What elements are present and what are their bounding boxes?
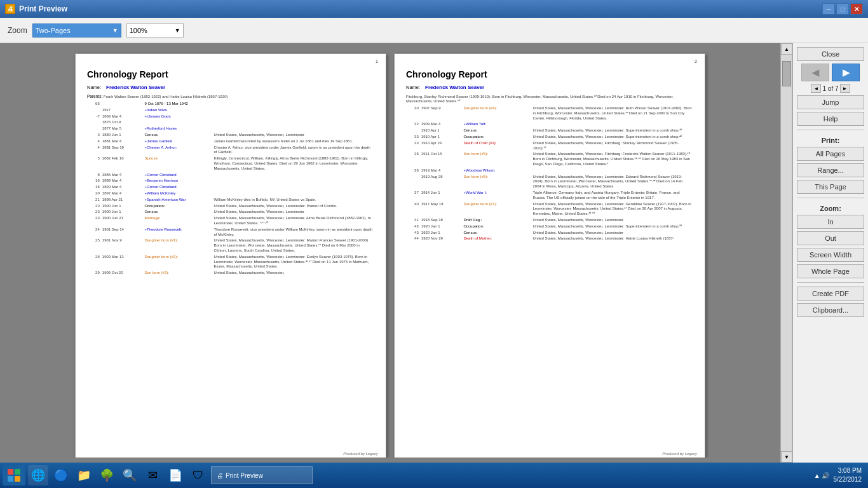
taskbar-email-icon[interactable]: ✉ [142,465,163,485]
entry-detail: United States, Massachusetts, Worcester,… [212,215,374,227]
zoom-in-button[interactable]: In [797,215,864,229]
table-row: 37 1914 Jun 1 +World War I: Triple Allia… [406,190,693,201]
scroll-down-button[interactable]: ▼ [781,451,792,463]
zoom-mode-dropdown[interactable]: Two-Pages ▼ [32,24,121,37]
all-pages-button[interactable]: All Pages [797,147,864,161]
vertical-scrollbar[interactable]: ▲ ▼ [780,43,792,463]
table-row: 40 1917 May 18 Daughter born (#7): Unite… [406,201,693,217]
taskbar-pdf-icon[interactable]: 📄 [165,465,186,485]
page-1-name-label: Name: [87,85,101,90]
page-1-name-value: Frederick Walton Seaver [106,85,165,90]
taskbar-tree-icon[interactable]: 🌳 [97,465,117,485]
restore-button[interactable]: □ [836,3,849,15]
first-page-button[interactable]: ◄ [811,84,821,93]
back-button[interactable]: ◀ [801,64,829,81]
entry-num: 37 [406,190,420,201]
entry-event: +Spanish-American War [143,197,212,203]
entry-event: Occupation: [462,224,531,230]
entry-date: 1876 Oct 9 [101,119,144,126]
entry-num [406,128,420,134]
entry-detail: United States, Massachusetts, Worcester,… [531,105,693,121]
entry-detail [531,168,693,174]
entry-date: 1903 Mar 13 [101,254,144,270]
zoom-percent-value: 100% [130,27,147,34]
entry-event: Son born (#6): [462,174,531,190]
page-1-parents-label: Parents: [87,94,102,98]
taskbar-chrome-icon[interactable]: 🔵 [51,465,71,485]
windows-logo [8,469,20,482]
range-button[interactable]: Range... [797,163,864,177]
start-button[interactable] [3,465,25,485]
taskbar-ie-icon[interactable]: 🌐 [28,465,48,485]
zoom-out-button[interactable]: Out [797,231,864,245]
entry-event: Death of Mother: [462,236,531,242]
entry-detail: United States, Massachusetts, Worcester,… [531,201,693,217]
entry-date: 1920 Jan 1 [420,230,463,236]
close-button[interactable]: Close [797,47,864,61]
create-pdf-button[interactable]: Create PDF [797,287,864,301]
table-row: 5 1882 Feb 16 Spouse: Killingly, Connect… [87,156,374,172]
minimize-button[interactable]: ─ [822,3,835,15]
page-1-title: Chronology Report [87,69,374,79]
taskbar-folder-icon[interactable]: 📁 [74,465,94,485]
entry-event: +Benjamin Harrison [143,178,212,184]
jump-button[interactable]: Jump [797,95,864,109]
table-row: 1877 Mar 5 +Rutherford Hayes [87,126,374,132]
page-2: 2 Chronology Report Name: Frederick Walt… [394,53,705,458]
entry-date: 1880 Jun 1 [101,132,144,139]
whole-page-button[interactable]: Whole Page [797,264,864,278]
table-row: 1913 Aug 28 Son born (#6): United States… [406,174,693,190]
scroll-thumb[interactable] [782,61,791,86]
entry-detail [212,184,374,191]
last-page-button[interactable]: ► [840,84,850,93]
page-nav-row: ◄ 1 of 7 ► [797,84,864,93]
entry-num: 26 [87,254,101,270]
active-window-item[interactable]: 🖨 Print Preview [211,466,313,484]
entry-detail: United States, Massachusetts, Worcester,… [531,151,693,167]
entry-event: Census: [462,128,531,134]
close-window-button[interactable]: ✕ [850,3,863,15]
entry-detail: Triple Alliance: Germany Italy, and Aust… [531,190,693,201]
table-row: 4 1881 Sep 19 +Chester A. Arthur: Cheste… [87,145,374,156]
entry-detail: William McKinley dies in Buffalo, NY. Un… [212,197,374,203]
page-2-title: Chronology Report [406,69,693,79]
table-row: 43 1920 Jan 1 Occupation: United States,… [406,224,693,230]
entry-num: 23 [87,215,101,227]
screen-width-button[interactable]: Screen Width [797,248,864,262]
active-window-title: Print Preview [226,472,263,479]
entry-num: 24 [87,227,101,238]
entry-event [143,119,212,126]
entry-num: 23 [87,203,101,210]
entry-date: 1898 Apr 21 [101,197,144,203]
zoom-percent-dropdown[interactable]: 100% ▼ [126,24,184,37]
entry-date: 1889 Mar 4 [101,178,144,184]
scroll-up-button[interactable]: ▲ [781,43,792,55]
table-row: 32 1909 Mar 4 +William Taft: [406,121,693,128]
entry-detail: United States, Massachusetts, Worcester,… [531,217,693,224]
page-2-footer: Produced by Legacy [662,452,697,456]
taskbar: 🌐 🔵 📁 🌳 🔍 ✉ 📄 🛡 🖨 Print Preview ▲ 🔊 3:08… [0,463,868,488]
table-row: 1910 Apr 1 Census: United States, Massac… [406,128,693,134]
this-page-button[interactable]: This Page [797,180,864,194]
zoom-mode-value: Two-Pages [36,27,71,34]
entry-num: 23 [87,209,101,215]
entry-num: 3 [87,132,101,139]
entry-date: 1914 Jun 1 [420,190,463,201]
entry-detail: United States, Massachusetts, Worcester,… [531,128,693,134]
entry-date: 1881 Mar 4 [101,139,144,145]
forward-button[interactable]: ▶ [832,64,860,81]
taskbar-shield-icon[interactable]: 🛡 [188,465,208,485]
taskbar-search-icon[interactable]: 🔍 [119,465,140,485]
page-1: 1 Chronology Report Name: Frederick Walt… [75,53,386,458]
help-button[interactable]: Help [797,112,864,126]
entry-date: 1881 Sep 19 [101,145,144,156]
clipboard-button[interactable]: Clipboard... [797,303,864,317]
entry-detail: United States, Massachusetts, Worcester,… [212,132,374,139]
taskbar-tray: ▲ 🔊 3:08 PM 5/22/2012 [814,466,865,484]
page-2-name-value: Frederick Walton Seaver [425,85,484,90]
entry-event: Daughter born (#1): [143,238,212,254]
table-row: 25 1901 Nov 9 Daughter born (#1): United… [87,238,374,254]
titlebar-controls: ─ □ ✕ [822,3,863,15]
entry-num: 33 [406,134,420,140]
entry-event: +James Garfield [143,139,212,145]
